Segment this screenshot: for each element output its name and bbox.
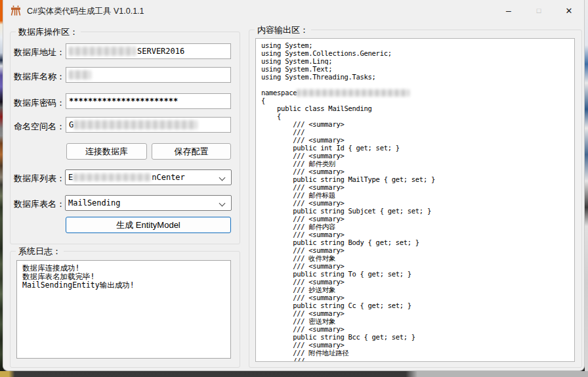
namespace-label: 命名空间名： xyxy=(14,121,65,133)
db-password-input[interactable]: *********************** xyxy=(66,93,231,109)
app-window: C#实体类代码生成工具 V1.0.1.1 – □ ✕ 数据库操作区： 数据库地址… xyxy=(3,0,585,371)
save-config-button[interactable]: 保存配置 xyxy=(152,143,231,160)
window-title: C#实体类代码生成工具 V1.0.1.1 xyxy=(27,6,144,17)
db-list-dropdown[interactable]: E nCenter xyxy=(65,169,232,185)
close-button[interactable]: ✕ xyxy=(554,0,584,21)
table-name-value: MailSending xyxy=(68,198,120,208)
db-address-label: 数据库地址： xyxy=(14,47,65,58)
db-list-value-suffix: nCenter xyxy=(152,173,185,182)
db-address-visible-value: SERVER2016 xyxy=(137,47,184,56)
db-name-label: 数据库名称： xyxy=(14,71,65,83)
system-log-group-title: 系统日志： xyxy=(16,246,64,257)
connect-database-button[interactable]: 连接数据库 xyxy=(66,143,147,160)
title-bar[interactable]: C#实体类代码生成工具 V1.0.1.1 – □ ✕ xyxy=(3,0,584,21)
generate-entitymodel-button[interactable]: 生成 EntityModel xyxy=(66,217,231,233)
system-log-textbox[interactable]: 数据库连接成功! 数据库表名加载完毕! MailSendingEntity输出成… xyxy=(16,260,231,359)
desktop-wallpaper-right-strip xyxy=(585,0,588,377)
maximize-button[interactable]: □ xyxy=(524,0,554,21)
db-list-label: 数据库列表： xyxy=(14,173,65,185)
database-operations-group: 数据库操作区： xyxy=(10,32,240,244)
chevron-down-icon xyxy=(220,201,225,206)
app-easel-icon xyxy=(10,5,22,16)
chevron-down-icon xyxy=(220,175,225,181)
taskbar-edge-strip xyxy=(0,371,588,377)
generated-code: using System; using System.Collections.G… xyxy=(256,39,574,362)
redaction-blur xyxy=(297,89,410,97)
namespace-input[interactable]: G xyxy=(66,117,231,133)
content-output-group-title: 内容输出区： xyxy=(255,24,311,36)
db-name-input[interactable] xyxy=(66,67,231,83)
minimize-button[interactable]: – xyxy=(494,0,524,21)
log-line: MailSendingEntity输出成功! xyxy=(22,281,228,290)
db-password-label: 数据库密码： xyxy=(14,97,65,109)
db-password-value: *********************** xyxy=(69,97,178,106)
redaction-blur xyxy=(69,70,91,79)
db-address-input[interactable]: SERVER2016 xyxy=(66,43,231,59)
namespace-visible-value: G xyxy=(69,120,74,129)
table-name-dropdown[interactable]: MailSending xyxy=(65,195,232,211)
redaction-blur xyxy=(69,47,136,56)
redaction-blur xyxy=(74,120,198,129)
database-operations-group-title: 数据库操作区： xyxy=(16,26,81,38)
redaction-blur xyxy=(74,173,151,181)
table-name-label: 数据库表名： xyxy=(14,198,65,210)
code-output-textbox[interactable]: using System; using System.Collections.G… xyxy=(255,38,575,362)
db-list-value-prefix: E xyxy=(68,173,73,182)
